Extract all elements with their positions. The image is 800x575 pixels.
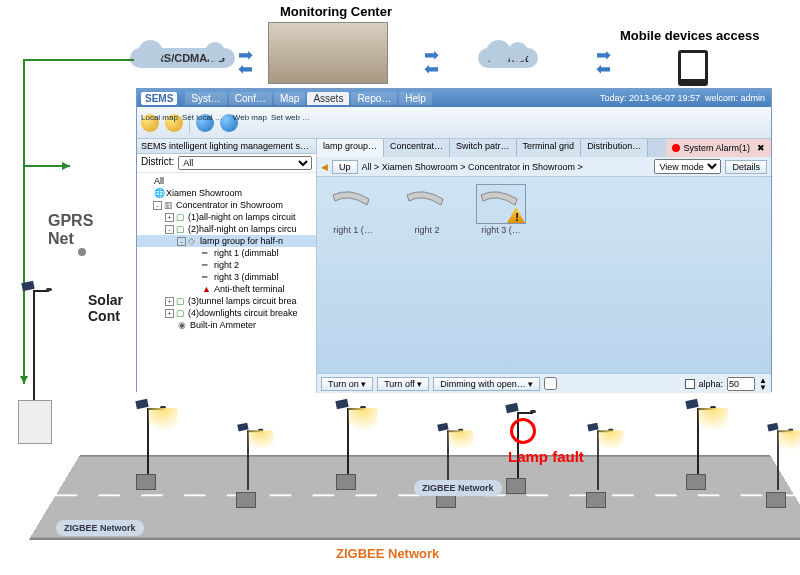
tree-item[interactable]: -◇lamp group for half-n (137, 235, 316, 247)
tab[interactable]: lamp group… (317, 139, 384, 157)
right-panel: lamp group…Concentrat…Switch patr…Termin… (317, 139, 771, 393)
tree-item[interactable]: ▲Anti-theft terminal (137, 283, 316, 295)
street-lamp-icon (16, 280, 52, 400)
zigbee-cloud: ZIGBEE Network (414, 480, 502, 496)
menu-Repo[interactable]: Repo… (351, 92, 397, 105)
dimming-button[interactable]: Dimming with open… ▾ (433, 377, 540, 391)
alpha-input[interactable] (727, 377, 755, 391)
arrow-icon: ⬅ (238, 58, 253, 80)
footer-bar: Turn on ▾ Turn off ▾ Dimming with open… … (317, 373, 771, 393)
solar-controller-label: Solar Cont (88, 292, 123, 324)
district-row: District: All (137, 154, 316, 173)
menu-Assets[interactable]: Assets (307, 92, 349, 105)
tree-item[interactable]: ━right 3 (dimmabl (137, 271, 316, 283)
menu-Map[interactable]: Map (274, 92, 305, 105)
titlebar: SEMS Syst…Conf…MapAssetsRepo…Help Today:… (137, 89, 771, 107)
control-box-icon (136, 474, 156, 490)
view-mode-select[interactable]: View mode (654, 159, 721, 174)
zigbee-network-label: ZIGBEE Network (336, 546, 439, 561)
tab-bar: lamp group…Concentrat…Switch patr…Termin… (317, 139, 771, 157)
tree-item[interactable]: +▢(3)tunnel lamps circuit brea (137, 295, 316, 307)
street-lamp-icon (330, 398, 366, 478)
fault-indicator-icon (510, 418, 536, 444)
tree-item[interactable]: ━right 2 (137, 259, 316, 271)
footer-checkbox[interactable] (544, 377, 557, 390)
system-alarm[interactable]: System Alarm(1)✖ (666, 139, 771, 157)
control-box-icon (586, 492, 606, 508)
alarm-dot-icon (672, 144, 680, 152)
alpha-swatch-icon (685, 379, 695, 389)
monitoring-center-label: Monitoring Center (280, 4, 392, 19)
tree-item[interactable]: -▢(2)half-night on lamps circu (137, 223, 316, 235)
control-box-icon (506, 478, 526, 494)
sems-app-window: SEMS Syst…Conf…MapAssetsRepo…Help Today:… (136, 88, 772, 392)
control-box-icon (236, 492, 256, 508)
alpha-stepper[interactable]: ▲▼ (759, 377, 767, 391)
tree-item[interactable]: +▢(1)all-night on lamps circuit (137, 211, 316, 223)
svg-marker-1 (62, 162, 70, 170)
left-panel-title: SEMS intelligent lighting management s… (137, 139, 316, 154)
menu-Help[interactable]: Help (399, 92, 432, 105)
lamp-item[interactable]: !right 3 (… (473, 185, 529, 235)
up-button[interactable]: Up (332, 160, 358, 174)
arrow-icon: ⬅ (596, 58, 611, 80)
lamp-fault-label: Lamp fault (508, 448, 584, 465)
street-lamp-icon (130, 398, 166, 478)
street-lamp-icon (763, 422, 794, 490)
controller-box-icon (18, 400, 52, 444)
breadcrumb-path: All > Xiamen Showroom > Concentrator in … (362, 162, 651, 172)
alpha-label: alpha: (699, 379, 724, 389)
tab[interactable]: Terminal grid (517, 139, 582, 157)
monitoring-center-image (268, 22, 388, 84)
zigbee-cloud: ZIGBEE Network (56, 520, 144, 536)
arrow-icon: ⬅ (424, 58, 439, 80)
tree-item[interactable]: 🌐Xiamen Showroom (137, 187, 316, 199)
tab[interactable]: Concentrat… (384, 139, 450, 157)
tablet-icon (678, 50, 708, 86)
gprs-network-label: GPRS Net (48, 212, 93, 248)
main-menu: Syst…Conf…MapAssetsRepo…Help (185, 92, 432, 105)
turn-on-button[interactable]: Turn on ▾ (321, 377, 373, 391)
control-box-icon (686, 474, 706, 490)
breadcrumb-bar: ◀ Up All > Xiamen Showroom > Concentrato… (317, 157, 771, 177)
nav-back-icon[interactable]: ◀ (321, 162, 328, 172)
control-box-icon (336, 474, 356, 490)
street-lamp-icon (233, 422, 264, 490)
dot-icon (78, 248, 86, 256)
status-bar: Today: 2013-06-07 19:57 welcom: admin (600, 93, 765, 103)
item-canvas[interactable]: right 1 (…right 2!right 3 (… (317, 177, 771, 373)
district-label: District: (141, 156, 174, 170)
district-select[interactable]: All (178, 156, 312, 170)
tab[interactable]: Switch patr… (450, 139, 517, 157)
menu-Conf[interactable]: Conf… (229, 92, 272, 105)
left-panel: SEMS intelligent lighting management s… … (137, 139, 317, 393)
tree-view[interactable]: All🌐Xiamen Showroom-▥Concentrator in Sho… (137, 173, 316, 393)
internet-cloud: internet (478, 48, 538, 68)
menu-Syst[interactable]: Syst… (185, 92, 226, 105)
tab[interactable]: Distribution… (581, 139, 648, 157)
street-lamp-icon (680, 398, 716, 478)
lamp-item[interactable]: right 2 (399, 185, 455, 235)
toolbar: Local mapSet local … Web mapSet web … (137, 107, 771, 139)
gprs-cloud: GPRS/CDMA/3G (130, 48, 235, 68)
details-button[interactable]: Details (725, 160, 767, 174)
tree-item[interactable]: ━right 1 (dimmabl (137, 247, 316, 259)
street-lamp-icon (583, 422, 614, 490)
turn-off-button[interactable]: Turn off ▾ (377, 377, 429, 391)
tree-item[interactable]: -▥Concentrator in Showroom (137, 199, 316, 211)
mobile-access-label: Mobile devices access (620, 28, 759, 43)
lamp-item[interactable]: right 1 (… (325, 185, 381, 235)
tree-item[interactable]: ◉Built-in Ammeter (137, 319, 316, 331)
tree-item[interactable]: All (137, 175, 316, 187)
tree-item[interactable]: +▢(4)downlights circuit breake (137, 307, 316, 319)
app-logo: SEMS (141, 92, 177, 105)
control-box-icon (766, 492, 786, 508)
